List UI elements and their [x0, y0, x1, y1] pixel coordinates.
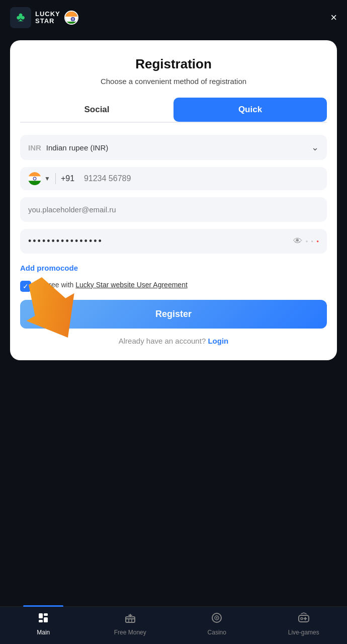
- country-flag-button[interactable]: ▼: [28, 172, 50, 185]
- add-promocode-link[interactable]: Add promocode: [20, 264, 78, 272]
- tab-quick[interactable]: Quick: [173, 98, 327, 122]
- modal-title: Registration: [10, 40, 337, 77]
- checkmark-icon: ✓: [23, 282, 29, 290]
- registration-modal: Registration Choose a convenient method …: [10, 40, 337, 360]
- india-flag-small: [28, 172, 41, 185]
- svg-point-24: [216, 617, 218, 619]
- svg-rect-17: [44, 617, 48, 622]
- svg-rect-9: [28, 172, 41, 177]
- currency-group: INR Indian rupee (INR) ⌄: [20, 135, 327, 160]
- svg-rect-2: [65, 12, 78, 17]
- checkbox-row: ✓ I agree with Lucky Star website User A…: [20, 280, 327, 292]
- phone-row: ▼ +91: [20, 167, 327, 190]
- already-text: Already have an account?: [119, 337, 206, 345]
- main-icon: [37, 612, 49, 627]
- chevron-down-icon: ⌄: [311, 142, 319, 153]
- modal-subtitle: Choose a convenient method of registrati…: [10, 77, 337, 86]
- nav-item-casino[interactable]: Casino: [197, 612, 237, 636]
- casino-label: Casino: [208, 629, 226, 636]
- bottom-nav: Main Free Money Casino: [0, 606, 347, 644]
- svg-text:♣: ♣: [16, 9, 25, 24]
- logo-lucky: LUCKY: [35, 11, 60, 18]
- phone-divider: [55, 173, 56, 184]
- nav-item-live-games[interactable]: Live-games: [284, 612, 324, 636]
- close-button[interactable]: ×: [330, 12, 337, 23]
- svg-rect-16: [44, 613, 48, 616]
- dot-red: ●: [316, 239, 319, 244]
- flag-circle: [64, 11, 78, 25]
- currency-dropdown[interactable]: INR Indian rupee (INR) ⌄: [20, 135, 327, 160]
- free-money-label: Free Money: [114, 629, 146, 636]
- svg-rect-19: [126, 617, 135, 622]
- svg-point-26: [301, 618, 303, 620]
- lucky-star-icon: ♣: [10, 7, 31, 28]
- phone-prefix: +91: [61, 174, 79, 183]
- register-button[interactable]: Register: [20, 300, 327, 329]
- live-games-icon: [298, 612, 310, 627]
- header: ♣ LUCKY STAR ×: [0, 0, 347, 35]
- free-money-icon: [124, 612, 136, 627]
- svg-rect-15: [39, 613, 43, 618]
- flag-dropdown-arrow: ▼: [44, 175, 50, 182]
- logo-text: LUCKY STAR: [35, 11, 60, 25]
- nav-item-free-money[interactable]: Free Money: [110, 612, 150, 636]
- casino-icon: [211, 612, 223, 627]
- currency-name: Indian rupee (INR): [46, 143, 108, 152]
- password-row: 👁 ● ● ●: [20, 229, 327, 254]
- currency-code: INR: [28, 143, 41, 152]
- live-games-label: Live-games: [288, 629, 319, 636]
- svg-rect-4: [65, 22, 78, 25]
- password-input[interactable]: [28, 236, 293, 247]
- form-area: INR Indian rupee (INR) ⌄: [10, 123, 337, 345]
- main-label: Main: [37, 629, 50, 636]
- logo-area: ♣ LUCKY STAR: [10, 7, 78, 28]
- register-area: Register: [20, 300, 327, 337]
- password-group: 👁 ● ● ●: [20, 229, 327, 254]
- user-agreement-link[interactable]: Lucky Star website User Agreement: [75, 281, 188, 289]
- tabs-row: Social Quick: [20, 98, 327, 123]
- active-bar: [23, 605, 63, 607]
- eye-icon[interactable]: 👁: [293, 236, 302, 247]
- svg-rect-18: [39, 620, 43, 622]
- agree-checkbox[interactable]: ✓: [20, 281, 31, 292]
- nav-item-main[interactable]: Main: [23, 612, 63, 636]
- email-input[interactable]: [20, 197, 327, 222]
- login-link[interactable]: Login: [208, 337, 228, 345]
- tab-social[interactable]: Social: [20, 98, 173, 122]
- svg-rect-11: [28, 181, 41, 185]
- email-group: [20, 197, 327, 222]
- phone-input[interactable]: [84, 174, 319, 183]
- login-row: Already have an account? Login: [20, 337, 327, 345]
- logo-star: STAR: [35, 18, 60, 25]
- dot-gray-2: ●: [311, 239, 313, 244]
- agree-text: I agree with Lucky Star website User Agr…: [37, 280, 188, 290]
- phone-group: ▼ +91: [20, 167, 327, 190]
- dot-gray-1: ●: [305, 239, 308, 244]
- svg-rect-21: [129, 619, 132, 622]
